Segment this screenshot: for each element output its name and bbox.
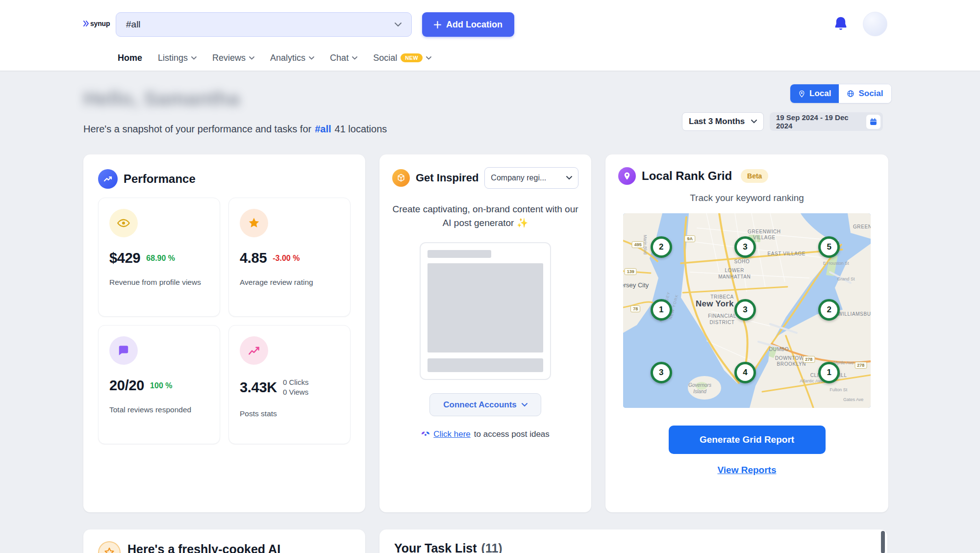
rank-marker[interactable]: 3 (651, 362, 672, 383)
get-inspired-description: Create captivating, on-brand content wit… (392, 202, 578, 229)
stat-rating: 4.85 -3.00 % Average review rating (228, 198, 351, 317)
map-street-label: Gates Ave (843, 397, 863, 402)
date-range-display[interactable]: 19 Sep 2024 - 19 Dec 2024 (770, 112, 883, 131)
rank-marker[interactable]: 3 (734, 236, 756, 258)
road-shield: 78 (630, 305, 640, 312)
chevron-down-icon (751, 120, 757, 124)
chevron-down-icon (395, 23, 402, 27)
rank-marker[interactable]: 5 (818, 236, 840, 258)
task-count: (11) (481, 541, 503, 553)
chevron-down-icon (191, 56, 197, 60)
map-street-label: Atlantic Ave (800, 379, 823, 384)
bottom-cards: Here's a freshly-cooked AI response to y… (83, 529, 887, 553)
post-ideas-row: Click here to access post ideas (392, 429, 578, 439)
all-tag[interactable]: #all (315, 124, 331, 135)
map-label: GREENPOINT (853, 224, 871, 230)
performance-title: Performance (124, 172, 196, 186)
map-label: FINANCIAL DISTRICT (705, 313, 739, 326)
rank-marker[interactable]: 3 (734, 299, 756, 321)
map-street-label: Fulton St (829, 388, 847, 393)
toggle-local[interactable]: Local (790, 84, 839, 103)
user-avatar[interactable] (863, 12, 887, 36)
star-icon (240, 209, 268, 237)
chevron-down-icon (566, 176, 572, 180)
nav-listings[interactable]: Listings (158, 53, 197, 63)
nav-social[interactable]: Social NEW (373, 53, 431, 63)
stat-value: 4.85 (240, 250, 267, 266)
rank-marker[interactable]: 1 (818, 362, 840, 383)
nav-home[interactable]: Home (118, 53, 142, 63)
synup-logo-text: synup (90, 20, 110, 27)
trend-up-icon (98, 169, 118, 189)
post-preview-placeholder (420, 242, 551, 380)
get-inspired-title: Get Inspired (416, 172, 478, 184)
audience-dropdown[interactable]: Company regi... (484, 167, 578, 189)
add-location-button[interactable]: Add Location (422, 12, 514, 37)
scrollbar-thumb[interactable] (881, 531, 885, 553)
calendar-icon[interactable] (866, 115, 880, 129)
road-shield: 495 (632, 241, 644, 248)
road-shield: 9A (685, 235, 696, 242)
chevron-down-icon (352, 56, 357, 60)
nav-analytics[interactable]: Analytics (270, 53, 314, 63)
rank-grid-subtitle: Track your keyword ranking (618, 193, 876, 203)
performance-header: Performance (98, 169, 351, 189)
nav-chat[interactable]: Chat (330, 53, 357, 63)
local-rank-grid-card: Local Rank Grid Beta Track your keyword … (605, 154, 888, 512)
task-list-title: Your Task List (11) (394, 541, 873, 553)
get-inspired-header: Get Inspired Company regi... (392, 167, 578, 189)
stat-value: $429 (109, 250, 140, 266)
map-label: DUMBO (769, 347, 789, 353)
rank-grid-header: Local Rank Grid Beta (618, 167, 876, 185)
stat-delta: 100 % (150, 381, 172, 390)
map-label: Governors Island (684, 382, 716, 395)
stat-value: 3.43K (240, 379, 277, 396)
get-inspired-card: Get Inspired Company regi... Create capt… (379, 154, 591, 512)
ai-response-title: Here's a freshly-cooked AI response to y… (127, 541, 338, 553)
placeholder-bar (427, 250, 491, 258)
chart-line-icon (240, 336, 268, 365)
stat-revenue: $429 68.90 % Revenue from profile views (98, 198, 220, 317)
synup-logo-icon (83, 21, 89, 26)
toggle-social[interactable]: Social (839, 84, 891, 103)
rank-grid-map[interactable]: GREENWICH VILLAGE EAST VILLAGE SOHO LOWE… (623, 213, 871, 408)
road-shield: 139 (625, 268, 637, 275)
map-label: EAST VILLAGE (767, 251, 805, 257)
nav-reviews[interactable]: Reviews (212, 53, 254, 63)
location-pin-icon (798, 90, 805, 98)
view-reports-link[interactable]: View Reports (618, 465, 876, 476)
local-social-toggle: Local Social (790, 84, 892, 103)
stat-delta: -3.00 % (273, 254, 300, 263)
main-nav: Home Listings Reviews Analytics Chat Soc… (118, 48, 431, 68)
rank-grid-title: Local Rank Grid (642, 169, 732, 183)
spark-logo-icon (421, 431, 430, 438)
rank-marker[interactable]: 2 (651, 236, 672, 258)
location-selector[interactable]: #all (116, 12, 412, 37)
stat-posts: 3.43K 0 Clicks 0 Views Posts stats (228, 325, 351, 444)
notifications-bell-icon[interactable] (830, 14, 851, 34)
rank-marker[interactable]: 1 (651, 299, 672, 321)
stat-label: Revenue from profile views (109, 278, 209, 287)
placeholder-bar (427, 358, 543, 372)
location-selector-value: #all (126, 19, 141, 30)
map-label: SOHO (734, 259, 750, 265)
map-street-label: Grand St (837, 276, 854, 282)
plus-icon (434, 21, 441, 28)
rank-marker[interactable]: 4 (734, 362, 756, 383)
chevron-down-icon (426, 56, 431, 60)
date-range-select[interactable]: Last 3 Months (682, 112, 764, 131)
stat-sublines: 0 Clicks 0 Views (283, 377, 309, 398)
road-shield: 278 (803, 356, 815, 363)
top-header: synup #all Add Location Home Listings Re… (0, 0, 980, 71)
performance-grid: $429 68.90 % Revenue from profile views … (98, 198, 351, 444)
stat-reviews-responded: 20/20 100 % Total reviews responded (98, 325, 220, 444)
connect-accounts-button[interactable]: Connect Accounts (429, 393, 541, 416)
synup-logo[interactable]: synup (83, 20, 110, 27)
ai-star-icon (98, 541, 121, 553)
rank-marker[interactable]: 2 (818, 299, 840, 321)
generate-grid-report-button[interactable]: Generate Grid Report (669, 426, 826, 454)
map-label-city: New York (696, 299, 734, 309)
click-here-link[interactable]: Click here (433, 429, 471, 439)
stat-value: 20/20 (109, 377, 144, 394)
add-location-label: Add Location (446, 20, 503, 30)
